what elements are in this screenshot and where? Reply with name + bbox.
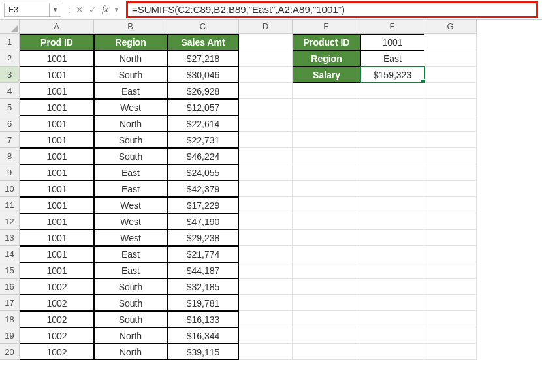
cell-sales-13[interactable]: $29,238: [167, 230, 239, 246]
cell-prod-16[interactable]: 1002: [20, 279, 94, 295]
cell-g7[interactable]: [424, 132, 477, 148]
row-header-18[interactable]: 18: [0, 311, 20, 327]
cell-g6[interactable]: [424, 115, 477, 132]
cell-f20[interactable]: [360, 344, 424, 360]
cell-region-3[interactable]: South: [94, 67, 167, 83]
row-header-14[interactable]: 14: [0, 246, 20, 262]
cell-sales-14[interactable]: $21,774: [167, 246, 239, 262]
cell-sales-16[interactable]: $32,185: [167, 279, 239, 295]
fx-icon[interactable]: fx: [99, 5, 111, 15]
active-cell-f3[interactable]: $159,323: [360, 67, 424, 83]
cell-d7[interactable]: [239, 132, 293, 148]
cell-e5[interactable]: [293, 99, 360, 115]
spreadsheet-grid[interactable]: A B C D E F G 1Prod IDRegionSales AmtPro…: [0, 20, 542, 360]
cell-f11[interactable]: [360, 197, 424, 213]
row-header-17[interactable]: 17: [0, 295, 20, 311]
header-prod-id[interactable]: Prod ID: [20, 34, 94, 50]
cell-prod-13[interactable]: 1001: [20, 230, 94, 246]
select-all-corner[interactable]: [0, 20, 20, 34]
cell-d14[interactable]: [239, 246, 293, 262]
lookup-value-product-id[interactable]: 1001: [360, 34, 424, 50]
cell-e17[interactable]: [293, 295, 360, 311]
lookup-label-product-id[interactable]: Product ID: [293, 34, 360, 50]
cell-e13[interactable]: [293, 230, 360, 246]
cell-prod-17[interactable]: 1002: [20, 295, 94, 311]
cell-f17[interactable]: [360, 295, 424, 311]
cell-sales-8[interactable]: $46,224: [167, 148, 239, 164]
row-header-4[interactable]: 4: [0, 83, 20, 99]
row-header-3[interactable]: 3: [0, 67, 20, 83]
cell-d5[interactable]: [239, 99, 293, 115]
cell-e8[interactable]: [293, 148, 360, 164]
cell-f18[interactable]: [360, 311, 424, 327]
row-header-2[interactable]: 2: [0, 50, 20, 67]
cell-d18[interactable]: [239, 311, 293, 327]
cell-d2[interactable]: [239, 50, 293, 67]
cell-e12[interactable]: [293, 213, 360, 230]
enter-icon[interactable]: ✓: [86, 5, 99, 15]
row-header-15[interactable]: 15: [0, 262, 20, 279]
cell-region-10[interactable]: East: [94, 181, 167, 197]
cell-region-18[interactable]: South: [94, 311, 167, 327]
cell-f6[interactable]: [360, 115, 424, 132]
cell-region-11[interactable]: West: [94, 197, 167, 213]
cell-region-16[interactable]: South: [94, 279, 167, 295]
col-header-f[interactable]: F: [360, 20, 424, 34]
cell-f12[interactable]: [360, 213, 424, 230]
row-header-11[interactable]: 11: [0, 197, 20, 213]
cell-e7[interactable]: [293, 132, 360, 148]
cell-e16[interactable]: [293, 279, 360, 295]
formula-input[interactable]: =SUMIFS(C2:C89,B2:B89,"East",A2:A89,"100…: [126, 1, 538, 18]
cell-g10[interactable]: [424, 181, 477, 197]
cell-prod-18[interactable]: 1002: [20, 311, 94, 327]
cell-f9[interactable]: [360, 164, 424, 181]
cell-sales-17[interactable]: $19,781: [167, 295, 239, 311]
cell-prod-20[interactable]: 1002: [20, 344, 94, 360]
cell-d16[interactable]: [239, 279, 293, 295]
cell-e19[interactable]: [293, 327, 360, 344]
cell-e14[interactable]: [293, 246, 360, 262]
cell-g4[interactable]: [424, 83, 477, 99]
lookup-value-region[interactable]: East: [360, 50, 424, 67]
cell-region-7[interactable]: South: [94, 132, 167, 148]
cell-region-13[interactable]: West: [94, 230, 167, 246]
cell-sales-4[interactable]: $26,928: [167, 83, 239, 99]
cell-f8[interactable]: [360, 148, 424, 164]
row-header-10[interactable]: 10: [0, 181, 20, 197]
cell-g8[interactable]: [424, 148, 477, 164]
cell-prod-4[interactable]: 1001: [20, 83, 94, 99]
cell-sales-9[interactable]: $24,055: [167, 164, 239, 181]
cell-f7[interactable]: [360, 132, 424, 148]
cell-d4[interactable]: [239, 83, 293, 99]
row-header-20[interactable]: 20: [0, 344, 20, 360]
name-box[interactable]: F3: [4, 3, 50, 17]
cell-prod-9[interactable]: 1001: [20, 164, 94, 181]
cell-d10[interactable]: [239, 181, 293, 197]
cell-prod-19[interactable]: 1002: [20, 327, 94, 344]
cell-prod-7[interactable]: 1001: [20, 132, 94, 148]
cell-d11[interactable]: [239, 197, 293, 213]
cell-region-2[interactable]: North: [94, 50, 167, 67]
cell-sales-19[interactable]: $16,344: [167, 327, 239, 344]
cell-f10[interactable]: [360, 181, 424, 197]
col-header-c[interactable]: C: [167, 20, 239, 34]
cell-sales-11[interactable]: $17,229: [167, 197, 239, 213]
cell-e6[interactable]: [293, 115, 360, 132]
col-header-e[interactable]: E: [293, 20, 360, 34]
cell-g14[interactable]: [424, 246, 477, 262]
col-header-d[interactable]: D: [239, 20, 293, 34]
cell-g3[interactable]: [424, 67, 477, 83]
cell-prod-15[interactable]: 1001: [20, 262, 94, 279]
cell-region-9[interactable]: East: [94, 164, 167, 181]
fx-dropdown-icon[interactable]: ▼: [111, 7, 122, 13]
cell-g2[interactable]: [424, 50, 477, 67]
lookup-label-salary[interactable]: Salary: [293, 67, 360, 83]
cell-d6[interactable]: [239, 115, 293, 132]
cell-sales-5[interactable]: $12,057: [167, 99, 239, 115]
cell-g1[interactable]: [424, 34, 477, 50]
row-header-16[interactable]: 16: [0, 279, 20, 295]
cell-d19[interactable]: [239, 327, 293, 344]
cell-g5[interactable]: [424, 99, 477, 115]
cell-d1[interactable]: [239, 34, 293, 50]
cell-d20[interactable]: [239, 344, 293, 360]
